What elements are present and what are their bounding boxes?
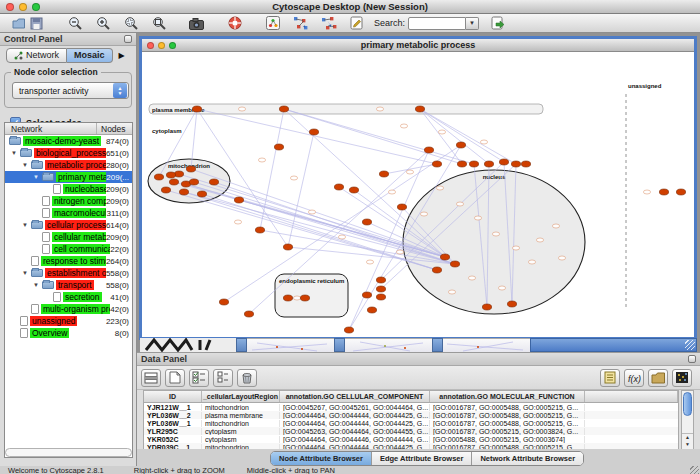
tree-column-network[interactable]: Network [5, 123, 42, 134]
network-node[interactable] [450, 261, 459, 267]
column-id[interactable]: ID [144, 391, 202, 402]
float-data-panel-icon[interactable] [688, 355, 696, 363]
tree-row[interactable]: ▼biological_process651(0) [5, 147, 132, 159]
vizmapper-icon[interactable] [264, 15, 282, 31]
apply-layout-icon[interactable] [320, 15, 338, 31]
disclosure-arrow-icon[interactable]: ▼ [22, 222, 31, 228]
delete-attribute-icon[interactable] [237, 369, 257, 387]
background-window-fragment[interactable] [443, 338, 530, 352]
frame-resize-grip[interactable] [685, 340, 695, 350]
disclosure-arrow-icon[interactable]: ▼ [33, 282, 42, 288]
focused-frame-bottom-border[interactable] [530, 338, 697, 352]
network-node[interactable] [309, 129, 318, 135]
region-plasma-membrane[interactable] [149, 104, 543, 114]
matrix-view-icon[interactable] [672, 369, 692, 387]
region-nucleus[interactable] [403, 170, 585, 314]
network-node[interactable] [367, 307, 376, 313]
network-node[interactable] [432, 161, 441, 167]
tree-row[interactable]: cell communicat22(0) [5, 243, 132, 255]
background-window-fragment[interactable] [345, 338, 432, 352]
network-node[interactable] [283, 244, 292, 250]
network-node[interactable] [186, 166, 195, 172]
network-node[interactable] [344, 327, 353, 333]
disclosure-arrow-icon[interactable]: ▼ [22, 270, 31, 276]
background-window-overview[interactable] [140, 338, 236, 352]
import-network-icon[interactable] [489, 15, 507, 31]
attribute-select-icon[interactable] [141, 369, 161, 387]
table-row[interactable]: YLR295Ccytoplasm[GO:0045263, GO:0044464,… [144, 427, 678, 435]
network-node[interactable] [189, 179, 198, 185]
network-node[interactable] [397, 204, 406, 210]
tree-row[interactable]: ▼metabolic process280(0) [5, 159, 132, 171]
tree-row[interactable]: unassigned223(0) [5, 315, 132, 327]
column-cellular-component[interactable]: annotation.GO CELLULAR_COMPONENT [280, 391, 430, 402]
network-node[interactable] [349, 187, 358, 193]
network-node[interactable] [457, 161, 466, 167]
background-window-titlebar-fragment[interactable] [236, 338, 247, 352]
import-attributes-icon[interactable] [648, 369, 668, 387]
network-node[interactable] [300, 295, 309, 301]
network-node[interactable] [334, 184, 343, 190]
open-session-icon[interactable] [10, 15, 28, 31]
column-region[interactable]: _cellularLayoutRegion [202, 391, 280, 402]
network-frame-titlebar[interactable]: primary metabolic process [142, 39, 694, 52]
unselect-attributes-icon[interactable] [213, 369, 233, 387]
network-node[interactable] [376, 286, 385, 292]
tree-row[interactable]: ▼primary metabo209(... [5, 171, 132, 183]
network-view-frame[interactable]: primary metabolic process plasma membran… [139, 36, 697, 340]
table-row[interactable]: YJR121W__1mitochondrion[GO:0045267, GO:0… [144, 403, 678, 411]
network-node[interactable] [279, 106, 288, 112]
network-node[interactable] [379, 171, 388, 177]
background-window-titlebar-fragment[interactable] [432, 338, 443, 352]
annotations-icon[interactable] [348, 15, 366, 31]
window-titlebar[interactable]: Cytoscape Desktop (New Session) [0, 0, 700, 14]
scrollbar-arrows-icon[interactable]: ▲▼ [682, 433, 693, 449]
network-node[interactable] [154, 174, 163, 180]
table-vertical-scrollbar[interactable]: ▲▼ [681, 390, 694, 450]
network-node[interactable] [415, 106, 424, 112]
zoom-selected-icon[interactable] [122, 15, 140, 31]
network-node[interactable] [174, 171, 183, 177]
tree-row[interactable]: ▼transport558(0) [5, 279, 132, 291]
table-row[interactable]: YPL036W__2plasma membrane[GO:0044464, GO… [144, 411, 678, 419]
table-row[interactable]: YKR052Ccytoplasm[GO:0044464, GO:0044446,… [144, 435, 678, 443]
tree-row[interactable]: Overview8(0) [5, 327, 132, 339]
network-node[interactable] [440, 254, 449, 260]
disclosure-arrow-icon[interactable]: ▼ [33, 174, 42, 180]
network-node[interactable] [169, 179, 178, 185]
network-node[interactable] [676, 189, 685, 195]
network-node[interactable] [209, 179, 218, 185]
network-node[interactable] [244, 311, 253, 317]
help-icon[interactable] [226, 15, 244, 31]
disclosure-arrow-icon[interactable]: ▼ [22, 162, 31, 168]
network-node[interactable] [511, 161, 520, 167]
network-graph[interactable]: plasma membranecytoplasmmitochondrionnuc… [142, 52, 694, 337]
tree-row[interactable]: multi-organism pro42(0) [5, 303, 132, 315]
network-node[interactable] [521, 161, 530, 167]
tree-horizontal-scrollbar[interactable] [5, 448, 132, 457]
tree-row[interactable]: ▼establishment of lo558(0) [5, 267, 132, 279]
network-node[interactable] [255, 227, 264, 233]
zoom-in-icon[interactable] [94, 15, 112, 31]
background-window-fragment[interactable] [247, 338, 334, 352]
network-node[interactable] [362, 292, 371, 298]
snapshot-icon[interactable] [188, 15, 206, 31]
network-node[interactable] [234, 197, 243, 203]
tab-edge-attribute-browser[interactable]: Edge Attribute Browser [372, 452, 472, 465]
tree-row[interactable]: macromolecule311(0) [5, 207, 132, 219]
tree-row[interactable]: secretion41(0) [5, 291, 132, 303]
float-panel-icon[interactable] [124, 35, 132, 43]
tree-column-nodes[interactable]: Nodes [96, 123, 132, 134]
save-session-icon[interactable] [28, 15, 46, 31]
network-node[interactable] [659, 189, 668, 195]
network-node[interactable] [456, 142, 465, 148]
window-resize-grip[interactable] [690, 466, 699, 474]
tab-network-attribute-browser[interactable]: Network Attribute Browser [472, 452, 583, 465]
network-node[interactable] [179, 189, 188, 195]
network-node[interactable] [376, 294, 385, 300]
node-color-select[interactable]: transporter activity ▲▼ [12, 82, 129, 99]
network-node[interactable] [274, 144, 283, 150]
network-node[interactable] [161, 187, 170, 193]
network-node[interactable] [362, 219, 371, 225]
scrollbar-thumb[interactable] [683, 392, 692, 416]
